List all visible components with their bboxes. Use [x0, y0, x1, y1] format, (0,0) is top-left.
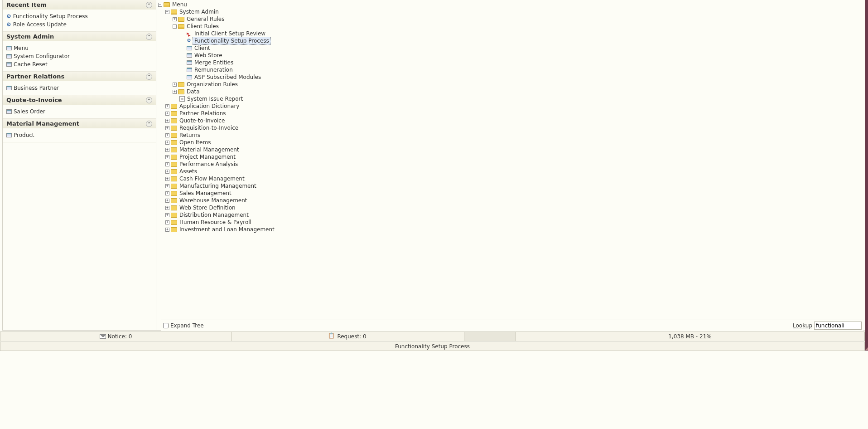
expand-plus-icon[interactable]: +: [165, 191, 169, 195]
tree-node-label[interactable]: System Admin: [178, 8, 220, 15]
expand-plus-icon[interactable]: +: [165, 141, 169, 145]
tree-node-label[interactable]: Application Dictionary: [178, 102, 240, 110]
tree-node-label[interactable]: Investment and Loan Management: [178, 226, 275, 233]
expand-plus-icon[interactable]: +: [165, 199, 169, 203]
tree-node-label[interactable]: Distribution Management: [178, 211, 250, 219]
tree-node-label[interactable]: Functionality Setup Process: [193, 37, 271, 45]
expand-plus-icon[interactable]: +: [165, 170, 169, 174]
tree-row[interactable]: −Menu: [157, 1, 868, 8]
tree-row[interactable]: Client: [157, 44, 868, 52]
tree-row[interactable]: +Returns: [157, 132, 868, 139]
tree-node-label[interactable]: Material Management: [178, 146, 240, 153]
collapse-minus-icon[interactable]: −: [165, 10, 169, 14]
tree-row[interactable]: +Material Management: [157, 146, 868, 153]
expand-plus-icon[interactable]: +: [165, 177, 169, 181]
tree-row[interactable]: ⚙Functionality Setup Process: [157, 37, 868, 44]
sidebar-item[interactable]: ⚙Functionality Setup Process: [5, 12, 154, 20]
tree-node-label[interactable]: Client: [193, 44, 211, 52]
tree-row[interactable]: +Partner Relations: [157, 110, 868, 117]
expand-plus-icon[interactable]: +: [165, 119, 169, 123]
tree-node-label[interactable]: Organization Rules: [186, 81, 239, 88]
tree-node-label[interactable]: Client Rules: [186, 23, 220, 30]
tree-node-label[interactable]: Requisition-to-Invoice: [178, 124, 239, 132]
tree-row[interactable]: −System Admin: [157, 8, 868, 15]
tree-node-label[interactable]: Web Store Definition: [178, 204, 236, 211]
expand-tree-label[interactable]: Expand Tree: [170, 322, 204, 329]
expand-tree-checkbox[interactable]: [163, 323, 169, 328]
collapse-icon[interactable]: ⌃: [146, 121, 152, 127]
tree-row[interactable]: Web Store: [157, 52, 868, 59]
panel-header[interactable]: Partner Relations⌃: [3, 72, 156, 81]
collapse-minus-icon[interactable]: −: [173, 24, 177, 29]
tree-node-label[interactable]: Sales Management: [178, 190, 232, 197]
tree-row[interactable]: Merge Entities: [157, 59, 868, 66]
tree-node-label[interactable]: Project Management: [178, 153, 236, 161]
panel-header[interactable]: System Admin⌃: [3, 32, 156, 41]
tree-row[interactable]: +Investment and Loan Management: [157, 226, 868, 233]
expand-plus-icon[interactable]: +: [165, 184, 169, 188]
expand-plus-icon[interactable]: +: [165, 206, 169, 210]
tree-row[interactable]: +Data: [157, 88, 868, 95]
tree-node-label[interactable]: Returns: [178, 132, 201, 139]
sidebar-item[interactable]: Product: [5, 131, 154, 139]
panel-header[interactable]: Material Management⌃: [3, 119, 156, 128]
tree-row[interactable]: +Cash Flow Management: [157, 175, 868, 182]
sidebar-item[interactable]: Sales Order: [5, 107, 154, 116]
tree-row[interactable]: +Application Dictionary: [157, 102, 868, 110]
tree-row[interactable]: +Requisition-to-Invoice: [157, 124, 868, 132]
sidebar-item[interactable]: Cache Reset: [5, 60, 154, 68]
tree-row[interactable]: +Quote-to-Invoice: [157, 117, 868, 124]
expand-plus-icon[interactable]: +: [165, 148, 169, 152]
expand-plus-icon[interactable]: +: [165, 133, 169, 137]
tree-node-label[interactable]: Web Store: [193, 52, 223, 59]
expand-plus-icon[interactable]: +: [165, 126, 169, 130]
tree-node-label[interactable]: Menu: [171, 1, 188, 8]
tree-node-label[interactable]: Human Resource & Payroll: [178, 219, 252, 226]
request-status[interactable]: Request: 0: [231, 332, 464, 341]
tree-node-label[interactable]: Initial Client Setup Review: [193, 30, 266, 37]
tree-node-label[interactable]: Warehouse Management: [178, 197, 248, 204]
expand-plus-icon[interactable]: +: [165, 220, 169, 224]
tree-row[interactable]: Initial Client Setup Review: [157, 30, 868, 37]
tree-row[interactable]: ASP Subscribed Modules: [157, 73, 868, 81]
panel-header[interactable]: Recent Item⌃: [3, 0, 156, 10]
expand-plus-icon[interactable]: +: [165, 112, 169, 116]
expand-plus-icon[interactable]: +: [165, 213, 169, 217]
tree-node-label[interactable]: System Issue Report: [186, 95, 244, 102]
collapse-minus-icon[interactable]: −: [158, 3, 162, 7]
tree-node-label[interactable]: Assets: [178, 168, 198, 175]
tree-row[interactable]: +Open Items: [157, 139, 868, 146]
tree-row[interactable]: +Performance Analysis: [157, 161, 868, 168]
tree-row[interactable]: +General Rules: [157, 15, 868, 23]
tree-node-label[interactable]: ASP Subscribed Modules: [193, 73, 262, 81]
tree-node-label[interactable]: Data: [186, 88, 201, 95]
tree-row[interactable]: −Client Rules: [157, 23, 868, 30]
collapse-icon[interactable]: ⌃: [146, 34, 152, 40]
tree-row[interactable]: System Issue Report: [157, 95, 868, 102]
tree-row[interactable]: +Human Resource & Payroll: [157, 219, 868, 226]
sidebar-item[interactable]: System Configurator: [5, 52, 154, 60]
lookup-input[interactable]: [814, 322, 862, 330]
tree-node-label[interactable]: Manufacturing Management: [178, 182, 257, 190]
tree-node-label[interactable]: Remuneration: [193, 66, 234, 73]
expand-plus-icon[interactable]: +: [165, 104, 169, 108]
tree-row[interactable]: +Organization Rules: [157, 81, 868, 88]
tree-row[interactable]: +Project Management: [157, 153, 868, 161]
tree-node-label[interactable]: Performance Analysis: [178, 161, 239, 168]
tree-row[interactable]: +Distribution Management: [157, 211, 868, 219]
panel-header[interactable]: Quote-to-Invoice⌃: [3, 95, 156, 105]
expand-plus-icon[interactable]: +: [165, 155, 169, 159]
tree-node-label[interactable]: Merge Entities: [193, 59, 234, 66]
tree-row[interactable]: +Web Store Definition: [157, 204, 868, 211]
expand-plus-icon[interactable]: +: [173, 83, 177, 87]
expand-plus-icon[interactable]: +: [165, 228, 169, 232]
tree-row[interactable]: +Sales Management: [157, 190, 868, 197]
notice-status[interactable]: Notice: 0: [0, 332, 231, 341]
collapse-icon[interactable]: ⌃: [146, 97, 152, 103]
sidebar-item[interactable]: ⚙Role Access Update: [5, 20, 154, 29]
sidebar-item[interactable]: Menu: [5, 44, 154, 52]
tree-node-label[interactable]: Cash Flow Management: [178, 175, 246, 182]
tree-row[interactable]: +Warehouse Management: [157, 197, 868, 204]
tree-row[interactable]: +Assets: [157, 168, 868, 175]
tree-node-label[interactable]: General Rules: [186, 15, 225, 23]
